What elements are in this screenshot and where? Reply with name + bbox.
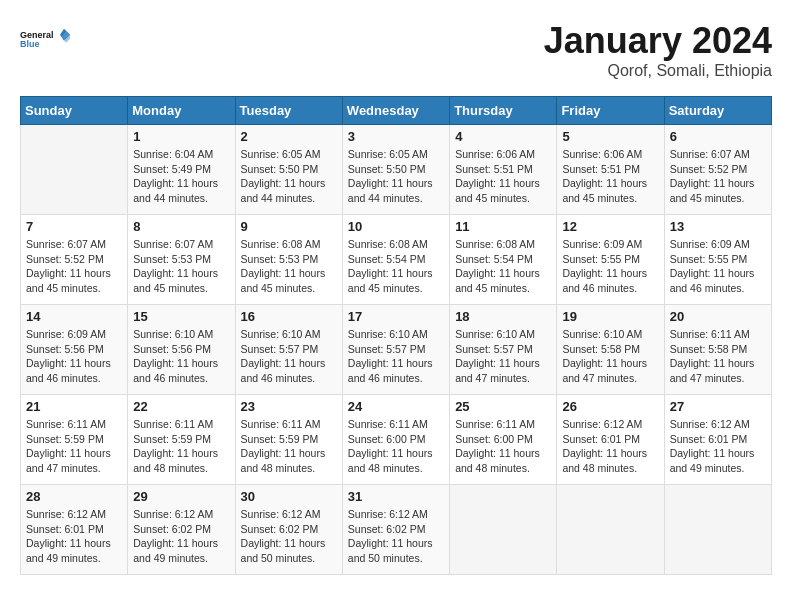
header-friday: Friday xyxy=(557,97,664,125)
day-number: 8 xyxy=(133,219,229,234)
calendar-cell: 18Sunrise: 6:10 AMSunset: 5:57 PMDayligh… xyxy=(450,305,557,395)
calendar-cell: 20Sunrise: 6:11 AMSunset: 5:58 PMDayligh… xyxy=(664,305,771,395)
day-number: 12 xyxy=(562,219,658,234)
calendar-cell: 24Sunrise: 6:11 AMSunset: 6:00 PMDayligh… xyxy=(342,395,449,485)
header-thursday: Thursday xyxy=(450,97,557,125)
calendar-week-5: 28Sunrise: 6:12 AMSunset: 6:01 PMDayligh… xyxy=(21,485,772,575)
calendar-cell: 27Sunrise: 6:12 AMSunset: 6:01 PMDayligh… xyxy=(664,395,771,485)
day-info: Sunrise: 6:11 AMSunset: 6:00 PMDaylight:… xyxy=(455,417,551,476)
day-info: Sunrise: 6:12 AMSunset: 6:02 PMDaylight:… xyxy=(133,507,229,566)
day-info: Sunrise: 6:08 AMSunset: 5:53 PMDaylight:… xyxy=(241,237,337,296)
title-block: January 2024 Qorof, Somali, Ethiopia xyxy=(544,20,772,80)
calendar-cell: 8Sunrise: 6:07 AMSunset: 5:53 PMDaylight… xyxy=(128,215,235,305)
day-number: 21 xyxy=(26,399,122,414)
page-header: General Blue January 2024 Qorof, Somali,… xyxy=(20,20,772,80)
day-info: Sunrise: 6:11 AMSunset: 5:59 PMDaylight:… xyxy=(241,417,337,476)
calendar-week-2: 7Sunrise: 6:07 AMSunset: 5:52 PMDaylight… xyxy=(21,215,772,305)
day-info: Sunrise: 6:06 AMSunset: 5:51 PMDaylight:… xyxy=(562,147,658,206)
day-number: 22 xyxy=(133,399,229,414)
calendar-cell: 23Sunrise: 6:11 AMSunset: 5:59 PMDayligh… xyxy=(235,395,342,485)
calendar-cell: 29Sunrise: 6:12 AMSunset: 6:02 PMDayligh… xyxy=(128,485,235,575)
day-number: 6 xyxy=(670,129,766,144)
calendar-cell: 10Sunrise: 6:08 AMSunset: 5:54 PMDayligh… xyxy=(342,215,449,305)
day-info: Sunrise: 6:10 AMSunset: 5:56 PMDaylight:… xyxy=(133,327,229,386)
day-info: Sunrise: 6:10 AMSunset: 5:57 PMDaylight:… xyxy=(348,327,444,386)
calendar-cell xyxy=(557,485,664,575)
day-number: 15 xyxy=(133,309,229,324)
day-info: Sunrise: 6:08 AMSunset: 5:54 PMDaylight:… xyxy=(348,237,444,296)
day-info: Sunrise: 6:09 AMSunset: 5:56 PMDaylight:… xyxy=(26,327,122,386)
logo: General Blue xyxy=(20,20,70,60)
day-number: 10 xyxy=(348,219,444,234)
day-info: Sunrise: 6:05 AMSunset: 5:50 PMDaylight:… xyxy=(241,147,337,206)
day-info: Sunrise: 6:07 AMSunset: 5:53 PMDaylight:… xyxy=(133,237,229,296)
day-info: Sunrise: 6:11 AMSunset: 5:58 PMDaylight:… xyxy=(670,327,766,386)
day-number: 11 xyxy=(455,219,551,234)
calendar-cell: 14Sunrise: 6:09 AMSunset: 5:56 PMDayligh… xyxy=(21,305,128,395)
day-number: 1 xyxy=(133,129,229,144)
calendar-cell: 9Sunrise: 6:08 AMSunset: 5:53 PMDaylight… xyxy=(235,215,342,305)
day-number: 3 xyxy=(348,129,444,144)
day-info: Sunrise: 6:12 AMSunset: 6:02 PMDaylight:… xyxy=(348,507,444,566)
day-number: 20 xyxy=(670,309,766,324)
page-subtitle: Qorof, Somali, Ethiopia xyxy=(544,62,772,80)
day-info: Sunrise: 6:11 AMSunset: 6:00 PMDaylight:… xyxy=(348,417,444,476)
day-number: 26 xyxy=(562,399,658,414)
day-info: Sunrise: 6:05 AMSunset: 5:50 PMDaylight:… xyxy=(348,147,444,206)
day-info: Sunrise: 6:12 AMSunset: 6:02 PMDaylight:… xyxy=(241,507,337,566)
calendar-cell xyxy=(664,485,771,575)
page-title: January 2024 xyxy=(544,20,772,62)
day-info: Sunrise: 6:04 AMSunset: 5:49 PMDaylight:… xyxy=(133,147,229,206)
day-number: 17 xyxy=(348,309,444,324)
calendar-cell: 31Sunrise: 6:12 AMSunset: 6:02 PMDayligh… xyxy=(342,485,449,575)
calendar-cell: 5Sunrise: 6:06 AMSunset: 5:51 PMDaylight… xyxy=(557,125,664,215)
day-number: 24 xyxy=(348,399,444,414)
calendar-cell: 25Sunrise: 6:11 AMSunset: 6:00 PMDayligh… xyxy=(450,395,557,485)
header-tuesday: Tuesday xyxy=(235,97,342,125)
day-info: Sunrise: 6:08 AMSunset: 5:54 PMDaylight:… xyxy=(455,237,551,296)
calendar-cell: 19Sunrise: 6:10 AMSunset: 5:58 PMDayligh… xyxy=(557,305,664,395)
day-number: 27 xyxy=(670,399,766,414)
calendar-cell: 12Sunrise: 6:09 AMSunset: 5:55 PMDayligh… xyxy=(557,215,664,305)
day-number: 19 xyxy=(562,309,658,324)
calendar-cell: 21Sunrise: 6:11 AMSunset: 5:59 PMDayligh… xyxy=(21,395,128,485)
calendar-cell: 13Sunrise: 6:09 AMSunset: 5:55 PMDayligh… xyxy=(664,215,771,305)
header-monday: Monday xyxy=(128,97,235,125)
day-info: Sunrise: 6:11 AMSunset: 5:59 PMDaylight:… xyxy=(133,417,229,476)
day-number: 7 xyxy=(26,219,122,234)
calendar-cell: 26Sunrise: 6:12 AMSunset: 6:01 PMDayligh… xyxy=(557,395,664,485)
day-number: 9 xyxy=(241,219,337,234)
day-number: 30 xyxy=(241,489,337,504)
day-info: Sunrise: 6:12 AMSunset: 6:01 PMDaylight:… xyxy=(670,417,766,476)
day-info: Sunrise: 6:10 AMSunset: 5:57 PMDaylight:… xyxy=(455,327,551,386)
calendar-cell: 15Sunrise: 6:10 AMSunset: 5:56 PMDayligh… xyxy=(128,305,235,395)
calendar-week-1: 1Sunrise: 6:04 AMSunset: 5:49 PMDaylight… xyxy=(21,125,772,215)
day-number: 29 xyxy=(133,489,229,504)
day-info: Sunrise: 6:10 AMSunset: 5:57 PMDaylight:… xyxy=(241,327,337,386)
calendar-cell xyxy=(450,485,557,575)
calendar-cell: 7Sunrise: 6:07 AMSunset: 5:52 PMDaylight… xyxy=(21,215,128,305)
day-number: 4 xyxy=(455,129,551,144)
header-wednesday: Wednesday xyxy=(342,97,449,125)
day-number: 23 xyxy=(241,399,337,414)
calendar-cell: 28Sunrise: 6:12 AMSunset: 6:01 PMDayligh… xyxy=(21,485,128,575)
day-number: 31 xyxy=(348,489,444,504)
calendar-cell: 3Sunrise: 6:05 AMSunset: 5:50 PMDaylight… xyxy=(342,125,449,215)
calendar-cell: 6Sunrise: 6:07 AMSunset: 5:52 PMDaylight… xyxy=(664,125,771,215)
calendar-week-3: 14Sunrise: 6:09 AMSunset: 5:56 PMDayligh… xyxy=(21,305,772,395)
calendar-cell xyxy=(21,125,128,215)
day-info: Sunrise: 6:10 AMSunset: 5:58 PMDaylight:… xyxy=(562,327,658,386)
calendar-week-4: 21Sunrise: 6:11 AMSunset: 5:59 PMDayligh… xyxy=(21,395,772,485)
day-number: 2 xyxy=(241,129,337,144)
calendar-cell: 1Sunrise: 6:04 AMSunset: 5:49 PMDaylight… xyxy=(128,125,235,215)
day-number: 5 xyxy=(562,129,658,144)
day-info: Sunrise: 6:12 AMSunset: 6:01 PMDaylight:… xyxy=(562,417,658,476)
calendar-cell: 22Sunrise: 6:11 AMSunset: 5:59 PMDayligh… xyxy=(128,395,235,485)
header-sunday: Sunday xyxy=(21,97,128,125)
calendar-table: SundayMondayTuesdayWednesdayThursdayFrid… xyxy=(20,96,772,575)
day-info: Sunrise: 6:11 AMSunset: 5:59 PMDaylight:… xyxy=(26,417,122,476)
day-number: 13 xyxy=(670,219,766,234)
calendar-cell: 2Sunrise: 6:05 AMSunset: 5:50 PMDaylight… xyxy=(235,125,342,215)
day-number: 25 xyxy=(455,399,551,414)
header-saturday: Saturday xyxy=(664,97,771,125)
